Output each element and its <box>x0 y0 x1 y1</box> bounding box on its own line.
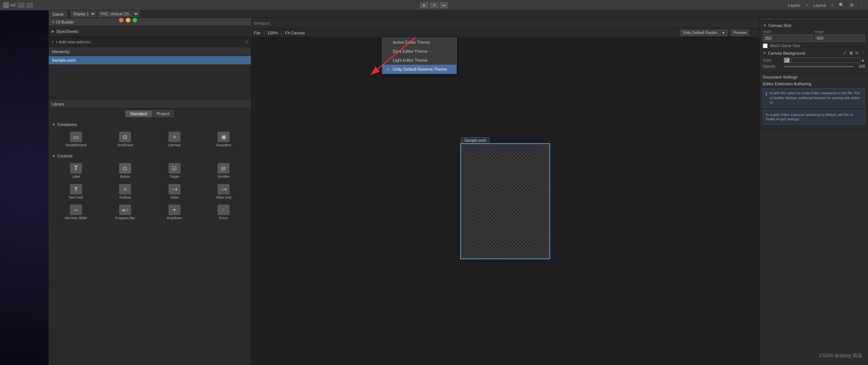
more-options-icon[interactable]: ⋮ <box>858 3 865 7</box>
height-input[interactable] <box>815 34 865 42</box>
search-icon[interactable]: 🔍 <box>837 3 846 7</box>
toggle-label: Toggle <box>169 175 179 179</box>
slider-label: Slider <box>170 196 179 200</box>
category-containers: ▼ Containers ▭ VisualElement ⊟ ScrollVie… <box>50 120 249 150</box>
window-close-button[interactable] <box>119 18 124 22</box>
preview-button[interactable]: Preview <box>731 30 749 36</box>
canvas-bg-header[interactable]: ▼ Canvas Background 🖊 ▣ ⊞ ⋮ <box>763 50 865 55</box>
lib-item-foldout[interactable]: ≡ Foldout <box>101 182 150 202</box>
info-icon-1: ℹ <box>765 91 767 105</box>
hierarchy-title: Hierarchy <box>52 49 69 54</box>
window-controls <box>119 18 137 22</box>
zoom-level: 100% <box>267 31 278 35</box>
resolution-select[interactable]: FHD_Vertical (10... <box>98 11 139 17</box>
theme-check-runtime: ✓ <box>387 67 391 71</box>
lib-item-group-box[interactable]: ▣ GroupBox <box>200 129 248 150</box>
opacity-slider[interactable] <box>784 66 854 67</box>
lib-item-scroll-view[interactable]: ⊟ ScrollView <box>101 129 150 150</box>
file-label[interactable]: File <box>254 31 261 35</box>
theme-option-dark-label: Dark Editor Theme <box>393 49 427 53</box>
viewport-options-icon[interactable]: ⋮ <box>752 30 756 35</box>
hierarchy-section: Hierarchy ⋮ Sample.uxml <box>49 47 251 99</box>
layers-button[interactable]: Layers <box>786 3 802 7</box>
lib-item-text-field[interactable]: T Text Field <box>52 182 100 202</box>
category-controls: ▼ Controls T Label ⊡ Button ☑ Toggle <box>50 152 249 223</box>
theme-option-light-label: Light Editor Theme <box>393 58 428 62</box>
lib-item-button[interactable]: ⊡ Button <box>101 161 150 181</box>
lib-item-progress-bar[interactable]: ▰▱ Progress Bar <box>101 202 150 223</box>
opacity-value: 100 <box>856 64 865 68</box>
foldout-label: Foldout <box>119 196 131 200</box>
color-row: Color ▶ <box>763 58 865 63</box>
tab-standard[interactable]: Standard <box>125 110 152 117</box>
hierarchy-options[interactable]: ⋮ <box>244 49 248 54</box>
stylesheets-section: ▶ StyleSheets <box>49 26 251 37</box>
library-header: Library ⋮ <box>49 99 251 108</box>
canvas-bg-options[interactable]: ⋮ <box>861 50 865 55</box>
theme-option-light-editor[interactable]: Light Editor Theme <box>382 56 456 65</box>
controls-grid: T Label ⊡ Button ☑ Toggle ⊟ Scroller <box>50 160 249 223</box>
lib-item-slider[interactable]: —● Slider <box>150 182 199 202</box>
width-input[interactable] <box>763 34 813 42</box>
lib-item-label[interactable]: T Label <box>52 161 100 181</box>
fit-canvas-button[interactable]: Fit Canvas <box>285 31 305 35</box>
game-tabbar: Game Display 1 FHD_Vertical (10... <box>49 10 868 18</box>
viewport-main: Sample.uxml <box>251 37 759 365</box>
ui-builder-title: UI Builder <box>56 20 74 24</box>
game-tab-controls: Display 1 FHD_Vertical (10... <box>68 11 142 17</box>
lib-item-scroller[interactable]: ⊟ Scroller <box>200 161 248 181</box>
theme-option-dark-editor[interactable]: Dark Editor Theme <box>382 47 456 56</box>
theme-selector-button[interactable]: Unity Default Runtim... ▼ <box>680 30 728 36</box>
window-minimize-button[interactable] <box>126 18 130 22</box>
stylesheets-label: StyleSheets <box>56 29 78 34</box>
containers-grid: ▭ VisualElement ⊟ ScrollView ≡ ListView … <box>50 129 249 150</box>
text-field-icon: T <box>70 184 82 194</box>
progress-bar-label: Progress Bar <box>115 216 135 220</box>
visual-element-label: VisualElement <box>65 143 87 147</box>
ui-builder-icon: ⊞ <box>52 20 55 24</box>
hierarchy-item-sample[interactable]: Sample.uxml <box>49 56 251 64</box>
lib-item-visual-element[interactable]: ▭ VisualElement <box>52 129 100 150</box>
canvas-bg-icon1[interactable]: 🖊 <box>843 50 847 55</box>
step-button[interactable]: ⏭ <box>439 2 448 9</box>
label-ctrl-label: Label <box>72 175 80 179</box>
display-select[interactable]: Display 1 <box>71 11 96 17</box>
library-content: ▼ Containers ▭ VisualElement ⊟ ScrollVie… <box>49 119 251 365</box>
text-field-label: Text Field <box>69 196 83 200</box>
match-game-view-checkbox[interactable] <box>763 43 768 48</box>
theme-dropdown: Active Editor Theme Dark Editor Theme Li… <box>382 37 457 74</box>
game-tab[interactable]: Game <box>49 10 68 18</box>
info-box-1: ℹ Enable this option to create Editor ex… <box>763 88 865 108</box>
button-icon: ⊡ <box>119 163 131 174</box>
theme-option-active-label: Active Editor Theme <box>393 40 430 45</box>
theme-option-runtime[interactable]: ✓ Unity Default Runtime Theme <box>382 65 456 74</box>
layout-button[interactable]: Layout <box>812 3 827 7</box>
lib-item-minmax-slider[interactable]: ⇔ Min-Max Slider <box>52 202 100 223</box>
toolbar-icon1 <box>18 3 25 8</box>
theme-option-active-editor[interactable]: Active Editor Theme <box>382 38 456 47</box>
pause-button[interactable]: ⏸ <box>430 2 438 9</box>
color-arrow[interactable]: ▶ <box>862 58 865 62</box>
slider-icon: —● <box>169 184 180 194</box>
category-containers-header[interactable]: ▼ Containers <box>50 120 249 129</box>
window-maximize-button[interactable] <box>133 18 137 22</box>
library-options[interactable]: ⋮ <box>244 101 248 106</box>
lib-item-dropdown[interactable]: ▼ Dropdown <box>150 202 199 223</box>
lib-item-toggle[interactable]: ☑ Toggle <box>150 161 199 181</box>
settings-icon[interactable]: ⊞ <box>849 3 855 7</box>
category-controls-header[interactable]: ▼ Controls <box>50 152 249 160</box>
lib-item-list-view[interactable]: ≡ ListView <box>150 129 199 150</box>
color-gradient-bar[interactable] <box>791 58 861 63</box>
canvas-bg-icon3[interactable]: ⊞ <box>855 50 859 55</box>
canvas-size-collapse[interactable]: ▼ <box>763 23 767 28</box>
lib-item-enum[interactable]: ⋮ Enum <box>200 202 248 223</box>
canvas-bg-icon2[interactable]: ▣ <box>849 50 853 55</box>
tab-project[interactable]: Project <box>152 110 174 117</box>
toolbar-center: ▶ ⏸ ⏭ <box>420 2 448 9</box>
add-selector-bar[interactable]: + + Add new selector... ⊟ <box>49 37 251 47</box>
color-picker-icon[interactable] <box>784 58 790 63</box>
play-button[interactable]: ▶ <box>420 2 429 9</box>
lib-item-slider-int[interactable]: —● Slider (Int) <box>200 182 248 202</box>
containers-label: Containers <box>57 122 77 127</box>
match-game-view-row: Match Game View <box>763 43 865 48</box>
